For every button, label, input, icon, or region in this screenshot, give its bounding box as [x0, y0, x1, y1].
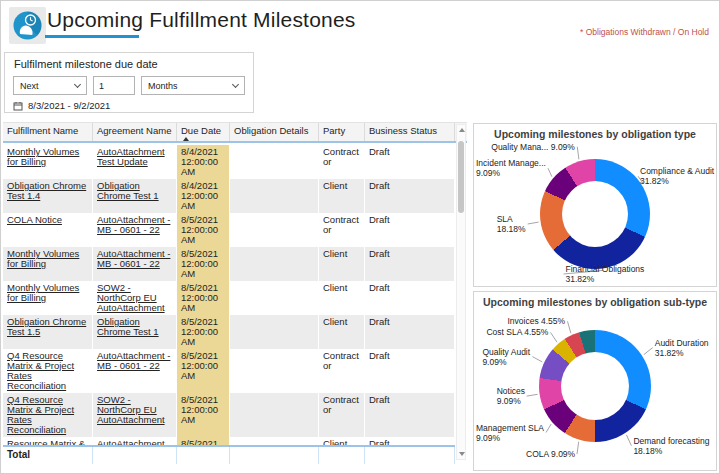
due-date-cell: 8/5/202112:00:00 AM: [177, 393, 230, 437]
fulfillment-link[interactable]: Monthly Volumes for Billing: [7, 146, 79, 167]
fulfillment-link[interactable]: Q4 Resource Matrix & Project Rates Recon…: [7, 350, 74, 391]
slice-label: Quality Audit9.09%: [482, 347, 530, 367]
agreement-name-cell: AutoAttachment - MB - 0601 - 22: [93, 213, 177, 247]
agreement-name-cell: AutoAttachment - MB - 0601 - 22: [93, 247, 177, 281]
donut-chart[interactable]: [540, 159, 650, 269]
slice-label: Quality Mana... 9.09%: [491, 142, 575, 152]
chart-title: Upcoming milestones by obligation type: [474, 128, 716, 140]
column-header-fulfillment-name[interactable]: Fulfillment Name: [3, 123, 93, 141]
slice-label: SLA18.18%: [497, 214, 526, 234]
agreement-link[interactable]: AutoAttachment Test Update: [97, 146, 165, 167]
fulfillment-link[interactable]: Resource Matrix & Project Rates Reconcil…: [7, 438, 85, 445]
agreement-link[interactable]: AutoAttachment Test Update: [97, 438, 165, 445]
fulfillment-name-cell: Q4 Resource Matrix & Project Rates Recon…: [3, 393, 93, 437]
fulfillment-link[interactable]: Monthly Volumes for Billing: [7, 248, 79, 269]
fulfillment-name-cell: Obligation Chrome Test 1.4: [3, 179, 93, 213]
table-scrollbar[interactable]: [456, 124, 466, 460]
slice-label: Incident Manage...9.09%: [476, 158, 546, 178]
calendar-icon: [13, 101, 23, 111]
obligation-details-cell: [230, 179, 319, 213]
slice-label: Demand forecasting18.18%: [633, 436, 709, 456]
agreement-link[interactable]: Obligation Chrome Test 1: [97, 316, 159, 337]
column-header-agreement-name[interactable]: Agreement Name: [93, 123, 177, 141]
due-date-cell: 8/4/202112:00:00 AM: [177, 145, 230, 179]
table-row[interactable]: Obligation Chrome Test 1.5Obligation Chr…: [3, 315, 455, 349]
fulfillment-link[interactable]: Monthly Volumes for Billing: [7, 282, 79, 303]
table-row[interactable]: Q4 Resource Matrix & Project Rates Recon…: [3, 393, 455, 437]
obligation-details-cell: [230, 213, 319, 247]
due-date-cell: 8/4/202112:00:00 AM: [177, 179, 230, 213]
party-cell: Client: [319, 315, 365, 349]
date-filter-card: Fulfilment milestone due date Next Month…: [4, 52, 254, 113]
slice-label: Compliance & Audit31.82%: [640, 166, 714, 186]
column-header-party[interactable]: Party: [319, 123, 365, 141]
party-cell: Contractor: [319, 213, 365, 247]
fulfillment-name-cell: Monthly Volumes for Billing: [3, 281, 93, 315]
fulfillment-link[interactable]: Obligation Chrome Test 1.5: [7, 316, 86, 337]
table-row[interactable]: Monthly Volumes for BillingAutoAttachmen…: [3, 145, 455, 179]
table-row[interactable]: Q4 Resource Matrix & Project Rates Recon…: [3, 349, 455, 393]
table-row[interactable]: Resource Matrix & Project Rates Reconcil…: [3, 437, 455, 445]
table-total-row: Total: [3, 445, 455, 464]
agreement-name-cell: SOW2 - NorthCorp EU AutoAttachment: [93, 393, 177, 437]
title-underline: [45, 35, 139, 38]
fulfillment-name-cell: Obligation Chrome Test 1.5: [3, 315, 93, 349]
operator-value: Next: [20, 81, 39, 91]
relative-date-operator-dropdown[interactable]: Next: [13, 76, 87, 95]
fulfillment-name-cell: Monthly Volumes for Billing: [3, 145, 93, 179]
due-date-cell: 8/5/202112:00:00 AM: [177, 213, 230, 247]
fulfillment-link[interactable]: COLA Notice: [7, 214, 62, 225]
agreement-name-cell: AutoAttachment Test Update: [93, 145, 177, 179]
chart-area: Audit Duration31.82%Demand forecasting18…: [474, 292, 716, 470]
sort-ascending-icon: [183, 137, 189, 141]
table-row[interactable]: Monthly Volumes for BillingSOW2 - NorthC…: [3, 281, 455, 315]
agreement-link[interactable]: AutoAttachment - MB - 0601 - 22: [97, 350, 170, 371]
party-cell: Contractor: [319, 393, 365, 437]
table-row[interactable]: Obligation Chrome Test 1.4Obligation Chr…: [3, 179, 455, 213]
slice-label: COLA 9.09%: [526, 449, 575, 459]
scroll-down-arrow-icon[interactable]: [459, 452, 465, 456]
scroll-up-arrow-icon[interactable]: [459, 128, 465, 132]
agreement-name-cell: AutoAttachment Test Update: [93, 437, 177, 445]
agreement-link[interactable]: AutoAttachment - MB - 0601 - 22: [97, 214, 170, 235]
agreement-name-cell: AutoAttachment - MB - 0601 - 22: [93, 349, 177, 393]
fulfillment-name-cell: Monthly Volumes for Billing: [3, 247, 93, 281]
date-unit-dropdown[interactable]: Months: [141, 76, 245, 95]
agreement-link[interactable]: SOW2 - NorthCorp EU AutoAttachment: [97, 394, 165, 425]
fulfillment-link[interactable]: Obligation Chrome Test 1.4: [7, 180, 86, 201]
table-row[interactable]: COLA NoticeAutoAttachment - MB - 0601 - …: [3, 213, 455, 247]
slice-label: Audit Duration31.82%: [655, 338, 709, 358]
hand-clock-icon: [9, 7, 46, 44]
due-date-cell: 8/5/202112:00:00 AM: [177, 281, 230, 315]
business-status-cell: Draft: [365, 213, 455, 247]
agreement-name-cell: Obligation Chrome Test 1: [93, 179, 177, 213]
agreement-name-cell: SOW2 - NorthCorp EU AutoAttachment: [93, 281, 177, 315]
column-header-obligation-details[interactable]: Obligation Details: [230, 123, 319, 141]
slice-label: Cost SLA 4.55%: [486, 327, 548, 337]
obligation-details-cell: [230, 315, 319, 349]
table-header: Fulfillment Name Agreement Name Due Date…: [3, 122, 467, 143]
business-status-cell: Draft: [365, 145, 455, 179]
agreement-link[interactable]: Obligation Chrome Test 1: [97, 180, 159, 201]
fulfillment-name-cell: Resource Matrix & Project Rates Reconcil…: [3, 437, 93, 445]
agreement-link[interactable]: SOW2 - NorthCorp EU AutoAttachment: [97, 282, 165, 313]
chevron-down-icon: [232, 81, 239, 88]
agreement-link[interactable]: AutoAttachment - MB - 0601 - 22: [97, 248, 170, 269]
scrollbar-thumb[interactable]: [458, 141, 464, 213]
agreement-name-cell: Obligation Chrome Test 1: [93, 315, 177, 349]
business-status-cell: Draft: [365, 349, 455, 393]
donut-chart[interactable]: [539, 330, 651, 442]
chevron-down-icon: [74, 81, 81, 88]
due-date-cell: 8/5/202112:00:00 AM: [177, 247, 230, 281]
withdrawn-note: * Obligations Withdrawn / On Hold: [580, 27, 709, 37]
obligation-type-chart-card: Upcoming milestones by obligation type C…: [473, 123, 717, 287]
fulfillment-link[interactable]: Q4 Resource Matrix & Project Rates Recon…: [7, 394, 74, 435]
column-header-business-status[interactable]: Business Status: [365, 123, 455, 141]
obligation-details-cell: [230, 393, 319, 437]
due-date-cell: 8/5/202112:00:00 AM: [177, 315, 230, 349]
amount-input[interactable]: [93, 76, 135, 95]
column-header-due-date[interactable]: Due Date: [177, 123, 230, 141]
table-row[interactable]: Monthly Volumes for BillingAutoAttachmen…: [3, 247, 455, 281]
business-status-cell: Draft: [365, 315, 455, 349]
slice-label: Management SLA9.09%: [476, 423, 544, 443]
